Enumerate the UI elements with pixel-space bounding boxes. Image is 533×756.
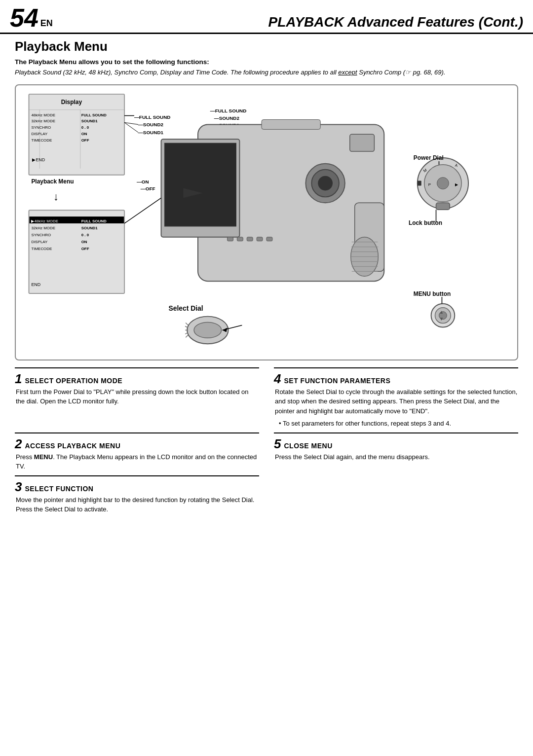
svg-text:—ON: —ON (168, 148, 181, 154)
steps-grid: 1 SELECT OPERATION MODE First turn the P… (15, 367, 518, 518)
svg-text:—ON: —ON (137, 179, 149, 184)
step-4-body: Rotate the Select Dial to cycle through … (274, 387, 518, 416)
svg-text:DISPLAY: DISPLAY (31, 239, 48, 244)
step-2-body: Press MENU. The Playback Menu appears in… (15, 452, 259, 471)
step-5-header: 5 CLOSE MENU (274, 437, 518, 450)
page-content: Playback Menu The Playback Menu allows y… (0, 34, 533, 528)
step-4: 4 SET FUNCTION PARAMETERS Rotate the Sel… (274, 367, 518, 432)
svg-line-33 (124, 122, 138, 124)
svg-rect-60 (228, 237, 233, 241)
header-title: PLAYBACK Advanced Features (Cont.) (268, 14, 524, 30)
svg-point-77 (194, 322, 222, 338)
svg-line-91 (124, 198, 161, 223)
svg-text:P: P (428, 182, 431, 186)
svg-text:32kHz MODE: 32kHz MODE (31, 225, 55, 230)
step-4-header: 4 SET FUNCTION PARAMETERS (274, 372, 518, 385)
svg-rect-63 (257, 237, 263, 241)
svg-line-81 (185, 332, 188, 334)
svg-text:▶48kHz MODE: ▶48kHz MODE (31, 219, 58, 223)
lock-button-label-text: Lock button (409, 219, 442, 226)
svg-text:TIMECODE: TIMECODE (31, 138, 52, 143)
svg-rect-62 (247, 237, 253, 241)
step-1-number: 1 (15, 372, 22, 385)
svg-point-86 (435, 307, 451, 323)
svg-text:SYNCHRO: SYNCHRO (31, 125, 51, 130)
svg-text:OFF: OFF (81, 246, 89, 251)
playback-menu-label: Playback Menu (31, 178, 74, 184)
svg-point-87 (439, 311, 447, 319)
svg-point-65 (418, 157, 468, 208)
except-underline: except (338, 69, 357, 76)
step-1: 1 SELECT OPERATION MODE First turn the P… (15, 367, 259, 432)
svg-marker-84 (223, 327, 228, 332)
select-dial-label-text: Select Dial (168, 304, 203, 312)
svg-text:0 . 0: 0 . 0 (81, 125, 89, 130)
svg-rect-51 (262, 119, 320, 129)
svg-text:—OFF: —OFF (173, 156, 188, 162)
svg-text:SOUND1: SOUND1 (81, 119, 98, 123)
svg-rect-50 (355, 203, 384, 271)
svg-text:—FULL SOUND: —FULL SOUND (210, 108, 247, 113)
intro-bold: The Playback Menu allows you to set the … (15, 58, 518, 66)
svg-point-67 (437, 177, 449, 189)
step-1-body: First turn the Power Dial to "PLAY" whil… (15, 387, 259, 406)
intro-text: Playback Sound (32 kHz, 48 kHz), Synchro… (15, 68, 518, 77)
svg-line-79 (185, 326, 188, 327)
step-5: 5 CLOSE MENU Press the Select Dial again… (274, 432, 518, 475)
svg-text:—SOUND1: —SOUND1 (138, 130, 164, 135)
svg-text:ON: ON (81, 132, 87, 136)
step-1-title: SELECT OPERATION MODE (25, 377, 122, 385)
svg-rect-64 (266, 237, 272, 241)
svg-point-46 (305, 163, 344, 202)
svg-rect-44 (164, 143, 236, 226)
svg-text:M: M (422, 168, 427, 173)
diagram-box: Display 48kHz MODE FULL SOUND 32kHz MODE… (15, 84, 518, 360)
svg-text:0 . 0: 0 . 0 (81, 232, 89, 237)
svg-text:▶: ▶ (455, 182, 458, 186)
svg-rect-72 (436, 203, 450, 210)
svg-text:▲: ▲ (439, 309, 444, 314)
step-1-header: 1 SELECT OPERATION MODE (15, 372, 259, 385)
display-label: Display (61, 98, 82, 105)
svg-text:ON: ON (81, 239, 87, 244)
step-3-header: 3 SELECT FUNCTION (15, 480, 259, 493)
svg-text:▼: ▼ (439, 316, 444, 321)
svg-text:TIMECODE: TIMECODE (31, 246, 52, 251)
step-3-title: SELECT FUNCTION (25, 485, 93, 493)
step-4-bullet: To set parameters for other functions, r… (274, 419, 518, 429)
svg-rect-42 (198, 124, 384, 281)
step-5-body: Press the Select Dial again, and the men… (274, 452, 518, 462)
svg-text:—FULL SOUND: —FULL SOUND (134, 114, 171, 119)
svg-text:▶END: ▶END (32, 157, 45, 162)
svg-point-66 (424, 164, 461, 201)
svg-text:—SOUND1: —SOUND1 (214, 122, 240, 128)
page-number: 54 (10, 5, 38, 31)
svg-line-83 (223, 325, 242, 330)
svg-rect-61 (237, 237, 243, 241)
svg-rect-43 (161, 139, 240, 237)
step-3: 3 SELECT FUNCTION Move the pointer and h… (15, 475, 259, 518)
synchro-comp-italic: Synchro Comp (359, 69, 401, 76)
svg-text:48kHz MODE: 48kHz MODE (31, 112, 55, 117)
svg-point-52 (351, 237, 379, 276)
step-5-number: 5 (274, 437, 281, 450)
svg-text:OFF: OFF (81, 138, 89, 143)
svg-text:—SOUND2: —SOUND2 (214, 115, 240, 120)
svg-text:—OFF: —OFF (141, 186, 155, 191)
step-2-title: ACCESS PLAYBACK MENU (25, 442, 120, 450)
power-dial-label-text: Power Dial (414, 154, 444, 161)
svg-text:FULL SOUND: FULL SOUND (81, 219, 107, 223)
svg-rect-17 (29, 216, 124, 223)
step-4-title: SET FUNCTION PARAMETERS (284, 377, 390, 385)
svg-text:↓: ↓ (53, 190, 59, 203)
svg-point-48 (318, 176, 333, 190)
diagram-svg: Display 48kHz MODE FULL SOUND 32kHz MODE… (16, 85, 517, 360)
step-2-number: 2 (15, 437, 22, 450)
step-2: 2 ACCESS PLAYBACK MENU Press MENU. The P… (15, 432, 259, 475)
svg-text:A: A (455, 163, 458, 168)
svg-rect-16 (29, 210, 124, 293)
svg-point-76 (187, 316, 228, 344)
svg-rect-0 (29, 94, 124, 175)
svg-text:SYNCHRO: SYNCHRO (31, 232, 51, 237)
svg-text:END: END (31, 282, 40, 287)
